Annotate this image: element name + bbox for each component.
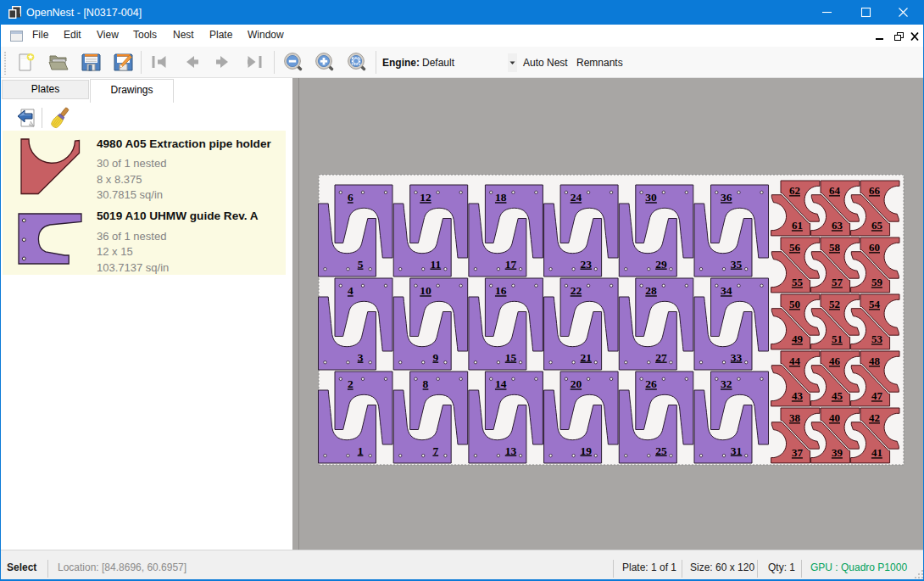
svg-text:26: 26 [645, 377, 657, 390]
svg-text:25: 25 [655, 444, 667, 457]
svg-text:34: 34 [721, 284, 732, 297]
svg-text:31: 31 [731, 444, 743, 457]
svg-text:57: 57 [832, 276, 843, 288]
svg-text:18: 18 [495, 191, 507, 204]
svg-text:5: 5 [358, 258, 364, 271]
svg-text:47: 47 [871, 389, 883, 402]
svg-text:60: 60 [869, 241, 880, 254]
svg-text:48: 48 [869, 355, 881, 367]
svg-text:2: 2 [348, 377, 353, 390]
svg-text:41: 41 [871, 446, 882, 459]
svg-text:64: 64 [829, 184, 841, 197]
svg-text:65: 65 [871, 219, 883, 232]
svg-text:23: 23 [580, 258, 592, 271]
svg-text:39: 39 [832, 446, 843, 459]
svg-text:36: 36 [721, 191, 732, 204]
svg-text:32: 32 [721, 377, 732, 390]
svg-text:54: 54 [869, 298, 881, 310]
svg-text:45: 45 [832, 389, 843, 402]
svg-text:14: 14 [495, 377, 507, 390]
svg-text:22: 22 [571, 284, 582, 297]
svg-text:58: 58 [829, 241, 841, 254]
svg-text:52: 52 [829, 298, 840, 310]
svg-text:55: 55 [792, 276, 804, 288]
svg-text:21: 21 [580, 351, 592, 364]
svg-text:13: 13 [505, 444, 517, 457]
svg-text:28: 28 [645, 284, 657, 297]
svg-text:46: 46 [829, 355, 841, 367]
svg-text:37: 37 [792, 446, 804, 459]
svg-text:3: 3 [358, 351, 364, 364]
svg-text:9: 9 [432, 351, 438, 364]
svg-text:40: 40 [829, 411, 840, 424]
svg-text:51: 51 [832, 332, 843, 345]
svg-text:11: 11 [430, 258, 441, 271]
svg-text:24: 24 [571, 191, 582, 204]
svg-text:20: 20 [571, 377, 582, 390]
svg-text:63: 63 [832, 219, 843, 232]
svg-text:7: 7 [432, 444, 438, 457]
svg-text:15: 15 [505, 351, 517, 364]
svg-text:4: 4 [348, 284, 353, 297]
svg-text:43: 43 [792, 389, 804, 402]
svg-text:59: 59 [871, 276, 883, 288]
svg-text:33: 33 [731, 351, 743, 364]
svg-text:35: 35 [731, 258, 743, 271]
svg-text:50: 50 [789, 298, 800, 310]
svg-text:17: 17 [505, 258, 517, 271]
svg-text:6: 6 [348, 191, 353, 204]
svg-text:62: 62 [789, 184, 800, 197]
svg-text:27: 27 [655, 351, 667, 364]
svg-text:66: 66 [869, 184, 881, 197]
svg-text:29: 29 [655, 258, 667, 271]
svg-text:56: 56 [789, 241, 801, 254]
svg-text:44: 44 [789, 355, 801, 367]
svg-text:61: 61 [792, 219, 803, 232]
svg-text:19: 19 [580, 444, 592, 457]
svg-text:8: 8 [423, 377, 429, 390]
svg-text:10: 10 [420, 284, 431, 297]
svg-text:49: 49 [792, 332, 804, 345]
svg-text:16: 16 [495, 284, 507, 297]
svg-text:38: 38 [789, 411, 801, 424]
svg-text:30: 30 [645, 191, 657, 204]
svg-text:53: 53 [871, 332, 883, 345]
svg-text:42: 42 [869, 411, 880, 424]
svg-text:1: 1 [358, 444, 364, 457]
svg-text:12: 12 [420, 191, 431, 204]
